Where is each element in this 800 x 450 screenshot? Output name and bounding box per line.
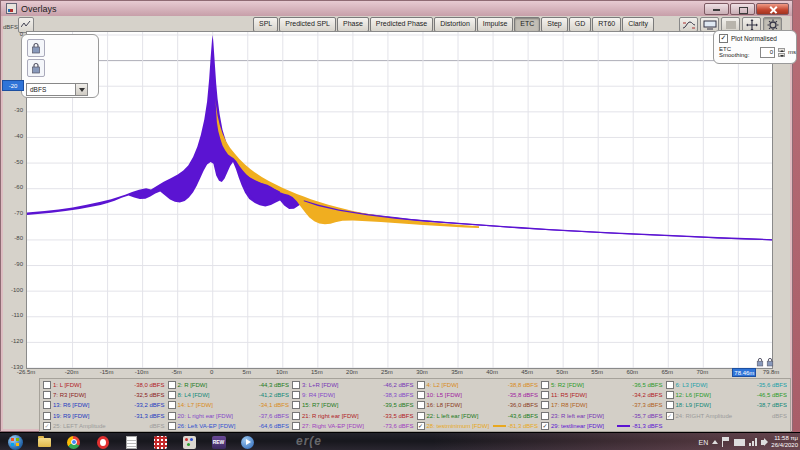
speaker-icon[interactable] — [761, 440, 765, 445]
spinner-up-button[interactable] — [778, 48, 785, 52]
legend-checkbox-2[interactable] — [168, 381, 176, 389]
legend-checkbox-16[interactable] — [417, 401, 425, 409]
legend-checkbox-18[interactable] — [666, 401, 674, 409]
legend-entry-7[interactable]: 7: R3 [FDW]-32,5 dBFS — [43, 390, 165, 400]
tab-spl[interactable]: SPL — [253, 17, 278, 32]
legend-entry-26[interactable]: 26: Left VA-EP [FDW]-64,6 dBFS — [168, 421, 290, 431]
legend-checkbox-17[interactable] — [541, 401, 549, 409]
legend-entry-6[interactable]: 6: L3 [FDW]-35,6 dBFS — [666, 380, 788, 390]
lock-icon[interactable] — [756, 357, 764, 367]
legend-checkbox-4[interactable] — [417, 381, 425, 389]
legend-entry-25[interactable]: ✓25: LEFT AmplitudedBFS — [43, 421, 165, 431]
legend-entry-4[interactable]: 4: L2 [FDW]-38,8 dBFS — [417, 380, 539, 390]
legend-entry-19[interactable]: 19: R9 [FDW]-31,3 dBFS — [43, 411, 165, 421]
legend-checkbox-25[interactable]: ✓ — [43, 422, 51, 430]
legend-entry-20[interactable]: 20: L right ear [FDW]-37,6 dBFS — [168, 411, 290, 421]
legend-entry-3[interactable]: 3: L+R [FDW]-46,2 dBFS — [292, 380, 414, 390]
legend-checkbox-27[interactable] — [292, 422, 300, 430]
legend-checkbox-20[interactable] — [168, 412, 176, 420]
y-unit-select[interactable]: dBFS — [26, 83, 88, 96]
legend-entry-23[interactable]: 23: R left ear [FDW]-35,7 dBFS — [541, 411, 663, 421]
legend-entry-14[interactable]: 14: L7 [FDW]-34,1 dBFS — [168, 400, 290, 410]
start-button[interactable] — [1, 434, 30, 450]
axis-lock-top-button[interactable] — [27, 39, 45, 57]
tab-distortion[interactable]: Distortion — [434, 17, 476, 32]
legend-checkbox-1[interactable] — [43, 381, 51, 389]
legend-entry-16[interactable]: 16: L8 [FDW]-36,0 dBFS — [417, 400, 539, 410]
legend-entry-21[interactable]: 21: R right ear [FDW]-33,5 dBFS — [292, 411, 414, 421]
legend-entry-29[interactable]: ✓29: testlinear [FDW]-81,3 dBFS — [541, 421, 663, 431]
legend-entry-15[interactable]: 15: R7 [FDW]-39,5 dBFS — [292, 400, 414, 410]
legend-entry-9[interactable]: 9: R4 [FDW]-38,3 dBFS — [292, 390, 414, 400]
legend-checkbox-14[interactable] — [168, 401, 176, 409]
tab-gd[interactable]: GD — [569, 17, 592, 32]
taskbar-app-chrome[interactable] — [59, 434, 88, 450]
maximize-button[interactable] — [730, 3, 755, 15]
network-icon[interactable] — [749, 438, 757, 446]
hidden-icons-button[interactable] — [712, 440, 718, 444]
taskbar-clock[interactable]: 11:58 πμ 26/4/2020 — [771, 435, 798, 449]
language-indicator[interactable]: EN — [699, 439, 709, 446]
taskbar-app-explorer[interactable] — [30, 434, 59, 450]
taskbar-app-appgrid[interactable] — [146, 434, 175, 450]
legend-checkbox-11[interactable] — [541, 391, 549, 399]
tab-step[interactable]: Step — [541, 17, 567, 32]
legend-entry-5[interactable]: 5: R2 [FDW]-36,5 dBFS — [541, 380, 663, 390]
legend-entry-8[interactable]: 8: L4 [FDW]-41,2 dBFS — [168, 390, 290, 400]
legend-checkbox-15[interactable] — [292, 401, 300, 409]
etc-smoothing-input[interactable]: 0 — [760, 47, 775, 58]
legend-checkbox-28[interactable]: ✓ — [417, 422, 425, 430]
legend-entry-10[interactable]: 10: L5 [FDW]-35,8 dBFS — [417, 390, 539, 400]
battery-icon[interactable] — [734, 439, 745, 446]
taskbar-app-notepad[interactable] — [117, 434, 146, 450]
legend-checkbox-3[interactable] — [292, 381, 300, 389]
tab-impulse[interactable]: Impulse — [477, 17, 514, 32]
legend-entry-13[interactable]: 13: R6 [FDW]-33,2 dBFS — [43, 400, 165, 410]
legend-entry-27[interactable]: 27: Right VA-EP [FDW]-73,6 dBFS — [292, 421, 414, 431]
tab-phase[interactable]: Phase — [337, 17, 369, 32]
minimize-button[interactable] — [704, 3, 729, 15]
close-button[interactable] — [756, 3, 789, 15]
legend-entry-28[interactable]: ✓28: testminimum [FDW]-81,3 dBFS — [417, 421, 539, 431]
legend-checkbox-23[interactable] — [541, 412, 549, 420]
legend-checkbox-6[interactable] — [666, 381, 674, 389]
legend-checkbox-5[interactable] — [541, 381, 549, 389]
tab-etc[interactable]: ETC — [514, 17, 540, 32]
tab-predicted-spl[interactable]: Predicted SPL — [279, 17, 336, 32]
legend-checkbox-26[interactable] — [168, 422, 176, 430]
legend-checkbox-8[interactable] — [168, 391, 176, 399]
plot-normalised-checkbox[interactable]: ✓ — [719, 34, 728, 43]
legend-checkbox-19[interactable] — [43, 412, 51, 420]
legend-checkbox-10[interactable] — [417, 391, 425, 399]
legend-entry-22[interactable]: 22: L left ear [FDW]-43,6 dBFS — [417, 411, 539, 421]
legend-checkbox-12[interactable] — [666, 391, 674, 399]
y-axis-edit-box[interactable]: -20 — [2, 80, 24, 91]
tab-rt60[interactable]: RT60 — [592, 17, 621, 32]
x-axis-edit-box[interactable]: 78.46m — [732, 368, 756, 377]
action-center-flag-icon[interactable] — [722, 437, 730, 447]
legend-entry-11[interactable]: 11: R5 [FDW]-34,2 dBFS — [541, 390, 663, 400]
legend-checkbox-13[interactable] — [43, 401, 51, 409]
legend-entry-12[interactable]: 12: L6 [FDW]-46,5 dBFS — [666, 390, 788, 400]
tab-predicted-phase[interactable]: Predicted Phase — [370, 17, 433, 32]
legend-entry-1[interactable]: 1: L [FDW]-38,0 dBFS — [43, 380, 165, 390]
lock-icon[interactable] — [766, 357, 774, 367]
legend-checkbox-22[interactable] — [417, 412, 425, 420]
spinner-down-button[interactable] — [778, 53, 785, 57]
legend-entry-17[interactable]: 17: R8 [FDW]-37,3 dBFS — [541, 400, 663, 410]
combo-dropdown-button[interactable] — [75, 84, 87, 95]
tab-clarity[interactable]: Clarity — [622, 17, 654, 32]
legend-checkbox-24[interactable]: ✓ — [666, 412, 674, 420]
legend-entry-18[interactable]: 18: L9 [FDW]-38,7 dBFS — [666, 400, 788, 410]
legend-checkbox-7[interactable] — [43, 391, 51, 399]
title-bar[interactable]: Overlays — [1, 1, 792, 16]
axis-lock-bottom-button[interactable] — [27, 59, 45, 77]
taskbar-app-paint[interactable] — [175, 434, 204, 450]
legend-checkbox-9[interactable] — [292, 391, 300, 399]
plot-area[interactable] — [26, 31, 773, 369]
taskbar-app-player[interactable] — [233, 434, 262, 450]
legend-entry-24[interactable]: ✓24: RIGHT AmplitudedBFS — [666, 411, 788, 421]
trace-options-button[interactable] — [679, 17, 698, 32]
taskbar-app-opera[interactable] — [88, 434, 117, 450]
legend-checkbox-29[interactable]: ✓ — [541, 422, 549, 430]
